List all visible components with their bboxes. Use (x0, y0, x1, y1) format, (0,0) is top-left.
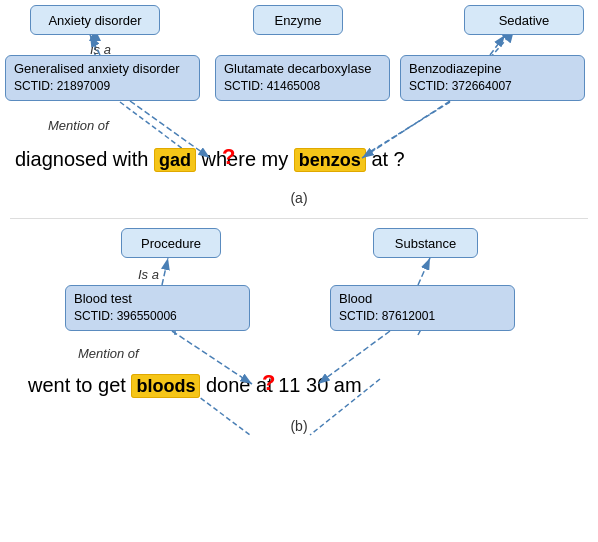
substance-category: Substance (373, 228, 478, 258)
blood-test-entity-name: Blood test (74, 290, 241, 308)
glutamate-entity-sctid: SCTID: 41465008 (224, 78, 381, 95)
benzos-entity-sctid: SCTID: 372664007 (409, 78, 576, 95)
sentence-a-after: at ? (366, 148, 405, 170)
is-a-label-b: Is a (138, 267, 159, 282)
gad-entity-name: Generalised anxiety disorder (14, 60, 191, 78)
anxiety-disorder-category: Anxiety disorder (30, 5, 160, 35)
sentence-a-before: diagnosed with (15, 148, 154, 170)
sentence-a: diagnosed with gad where my benzos at ? (15, 148, 405, 171)
benzos-entity-box: Benzodiazepine SCTID: 372664007 (400, 55, 585, 101)
sentence-b: went to get bloods done at 11 30 am (28, 374, 362, 397)
caption-b: (b) (0, 418, 598, 434)
divider (10, 218, 588, 219)
svg-line-14 (418, 258, 430, 285)
gad-entity-sctid: SCTID: 21897009 (14, 78, 191, 95)
enzyme-category: Enzyme (253, 5, 343, 35)
mention-of-label-a: Mention of (48, 118, 109, 133)
sentence-a-middle: where my (196, 148, 294, 170)
glutamate-entity-name: Glutamate decarboxylase (224, 60, 381, 78)
blood-test-entity-box: Blood test SCTID: 396550006 (65, 285, 250, 331)
gad-highlight: gad (154, 148, 196, 172)
mention-of-label-b: Mention of (78, 346, 139, 361)
svg-line-10 (490, 35, 505, 55)
sentence-b-before: went to get (28, 374, 131, 396)
blood-test-entity-sctid: SCTID: 396550006 (74, 308, 241, 325)
benzos-highlight: benzos (294, 148, 366, 172)
glutamate-entity-box: Glutamate decarboxylase SCTID: 41465008 (215, 55, 390, 101)
benzos-entity-name: Benzodiazepine (409, 60, 576, 78)
procedure-category: Procedure (121, 228, 221, 258)
blood-entity-sctid: SCTID: 87612001 (339, 308, 506, 325)
blood-entity-box: Blood SCTID: 87612001 (330, 285, 515, 331)
caption-a: (a) (0, 190, 598, 206)
sentence-b-after: done at 11 30 am (200, 374, 361, 396)
svg-line-13 (162, 258, 168, 285)
question-mark-b: ? (262, 370, 275, 396)
sedative-category: Sedative (464, 5, 584, 35)
blood-entity-name: Blood (339, 290, 506, 308)
diagram-container: Anxiety disorder Enzyme Sedative Is a Ge… (0, 0, 598, 542)
bloods-highlight: bloods (131, 374, 200, 398)
question-mark-a: ? (222, 144, 235, 170)
gad-entity-box: Generalised anxiety disorder SCTID: 2189… (5, 55, 200, 101)
